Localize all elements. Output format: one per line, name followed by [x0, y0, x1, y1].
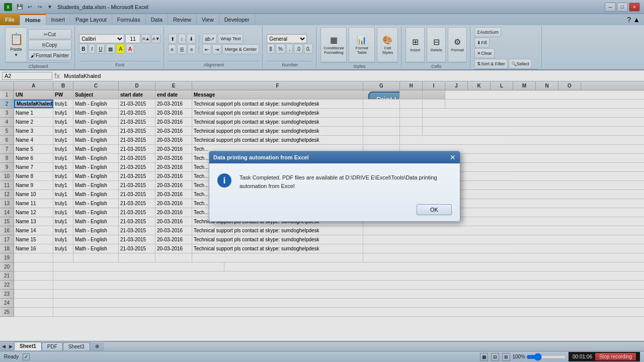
- alert-dialog: Data printing automation from Excel ✕ i …: [209, 151, 460, 222]
- dialog-footer: OK: [209, 200, 460, 221]
- dialog-body: i Task Completed. PDF files are availabl…: [209, 163, 460, 200]
- dialog-title-bar: Data printing automation from Excel ✕: [209, 151, 460, 163]
- dialog-title: Data printing automation from Excel: [213, 154, 308, 160]
- dialog-message: Task Completed. PDF files are available …: [239, 173, 452, 190]
- dialog-info-icon: i: [217, 173, 233, 188]
- dialog-overlay: Data printing automation from Excel ✕ i …: [0, 0, 644, 362]
- dialog-close-btn[interactable]: ✕: [450, 154, 456, 161]
- dialog-ok-button[interactable]: OK: [417, 204, 452, 215]
